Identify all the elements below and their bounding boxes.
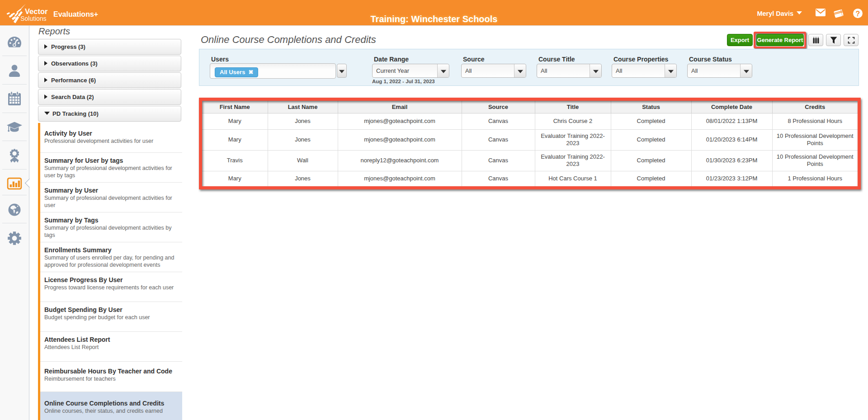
svg-text:?: ? [856,10,860,18]
